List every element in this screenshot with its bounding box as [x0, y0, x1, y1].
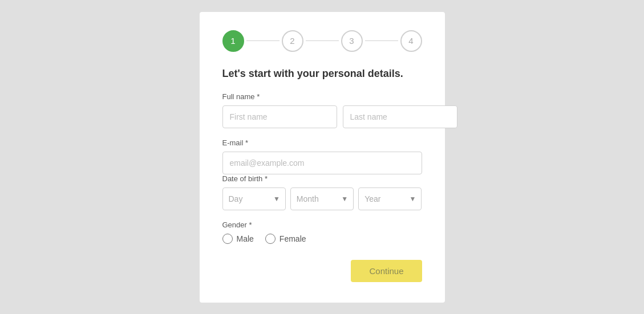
gender-male-radio[interactable]	[222, 234, 233, 244]
gender-row: Male Female	[222, 234, 422, 244]
form-card: 1 2 3 4 Let's start with your personal d…	[200, 12, 445, 303]
day-select[interactable]: Day	[222, 187, 286, 210]
email-section: E-mail *	[222, 138, 422, 174]
gender-female-radio[interactable]	[265, 234, 276, 244]
month-select-wrap: Month ▼	[290, 187, 354, 210]
step-line-3	[365, 40, 398, 41]
form-title: Let's start with your personal details.	[222, 68, 422, 80]
first-name-input[interactable]	[222, 105, 337, 128]
step-line-1	[246, 40, 280, 41]
step-3: 3	[341, 30, 363, 52]
full-name-label: Full name *	[222, 92, 422, 101]
stepper: 1 2 3 4	[222, 30, 422, 52]
day-select-wrap: Day ▼	[222, 187, 286, 210]
gender-label: Gender *	[222, 221, 422, 229]
gender-female-option[interactable]: Female	[265, 234, 306, 244]
step-1: 1	[222, 30, 244, 52]
dob-section: Date of birth * Day ▼ Month ▼ Year ▼	[222, 174, 422, 210]
last-name-input[interactable]	[343, 105, 457, 128]
gender-male-option[interactable]: Male	[222, 234, 254, 244]
gender-female-label: Female	[280, 234, 306, 243]
full-name-section: Full name *	[222, 92, 422, 128]
continue-btn-wrap: Continue	[222, 260, 422, 282]
step-line-2	[306, 40, 339, 41]
gender-male-label: Male	[237, 234, 254, 243]
dob-row: Day ▼ Month ▼ Year ▼	[222, 187, 422, 210]
year-select[interactable]: Year	[358, 187, 422, 210]
step-4: 4	[400, 30, 422, 52]
email-input[interactable]	[222, 152, 422, 174]
email-label: E-mail *	[222, 138, 422, 147]
name-row	[222, 105, 422, 128]
continue-button[interactable]: Continue	[351, 260, 422, 282]
year-select-wrap: Year ▼	[358, 187, 422, 210]
gender-section: Gender * Male Female	[222, 221, 422, 244]
step-2: 2	[282, 30, 303, 52]
month-select[interactable]: Month	[290, 187, 354, 210]
dob-label: Date of birth *	[222, 174, 422, 183]
